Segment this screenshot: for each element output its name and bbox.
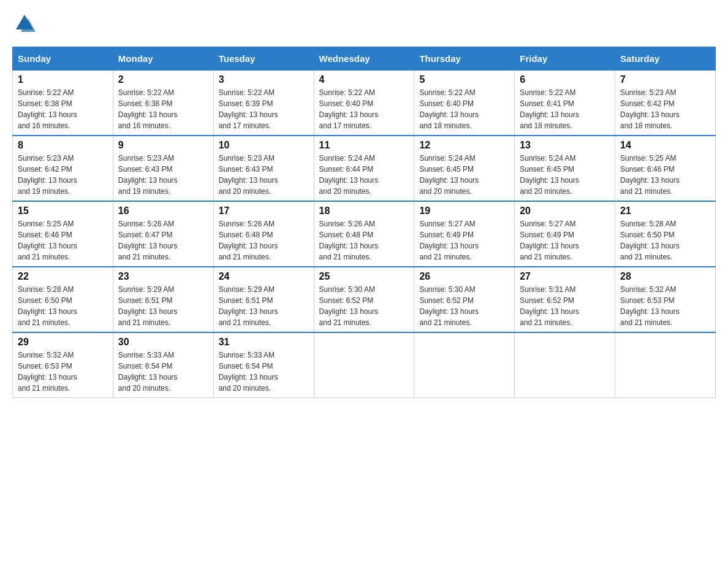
day-info: Sunrise: 5:23 AMSunset: 6:43 PMDaylight:…	[219, 154, 278, 196]
day-number: 19	[419, 205, 509, 216]
day-number: 29	[18, 337, 108, 348]
day-info: Sunrise: 5:32 AMSunset: 6:53 PMDaylight:…	[620, 285, 680, 327]
calendar-day-cell: 19 Sunrise: 5:27 AMSunset: 6:49 PMDaylig…	[414, 201, 515, 267]
calendar-week-row: 22 Sunrise: 5:28 AMSunset: 6:50 PMDaylig…	[13, 267, 716, 332]
calendar-day-cell: 16 Sunrise: 5:26 AMSunset: 6:47 PMDaylig…	[113, 201, 213, 267]
day-info: Sunrise: 5:22 AMSunset: 6:38 PMDaylight:…	[118, 88, 178, 130]
calendar-day-cell: 10 Sunrise: 5:23 AMSunset: 6:43 PMDaylig…	[213, 136, 314, 201]
day-number: 10	[219, 140, 309, 151]
day-info: Sunrise: 5:22 AMSunset: 6:40 PMDaylight:…	[419, 88, 479, 130]
day-info: Sunrise: 5:28 AMSunset: 6:50 PMDaylight:…	[620, 220, 680, 261]
column-header-tuesday: Tuesday	[213, 47, 314, 71]
day-number: 17	[219, 205, 309, 216]
column-header-sunday: Sunday	[13, 47, 113, 71]
calendar-day-cell: 14 Sunrise: 5:25 AMSunset: 6:46 PMDaylig…	[615, 136, 716, 201]
day-number: 2	[118, 74, 208, 85]
calendar-day-cell: 22 Sunrise: 5:28 AMSunset: 6:50 PMDaylig…	[13, 267, 113, 332]
day-info: Sunrise: 5:29 AMSunset: 6:51 PMDaylight:…	[219, 285, 278, 327]
day-info: Sunrise: 5:29 AMSunset: 6:51 PMDaylight:…	[118, 285, 178, 327]
day-number: 4	[319, 74, 409, 85]
day-info: Sunrise: 5:22 AMSunset: 6:41 PMDaylight:…	[520, 88, 579, 130]
logo-icon	[13, 12, 36, 34]
calendar-day-cell: 20 Sunrise: 5:27 AMSunset: 6:49 PMDaylig…	[515, 201, 615, 267]
day-info: Sunrise: 5:30 AMSunset: 6:52 PMDaylight:…	[319, 285, 379, 327]
day-number: 9	[118, 140, 208, 151]
calendar-week-row: 29 Sunrise: 5:32 AMSunset: 6:53 PMDaylig…	[13, 332, 716, 398]
calendar-day-cell: 18 Sunrise: 5:26 AMSunset: 6:48 PMDaylig…	[314, 201, 414, 267]
day-info: Sunrise: 5:23 AMSunset: 6:42 PMDaylight:…	[18, 154, 77, 196]
calendar-week-row: 1 Sunrise: 5:22 AMSunset: 6:38 PMDayligh…	[13, 71, 716, 136]
calendar-week-row: 15 Sunrise: 5:25 AMSunset: 6:46 PMDaylig…	[13, 201, 716, 267]
day-number: 3	[219, 74, 309, 85]
calendar-day-cell	[615, 332, 716, 398]
calendar-day-cell: 1 Sunrise: 5:22 AMSunset: 6:38 PMDayligh…	[13, 71, 113, 136]
calendar-day-cell: 8 Sunrise: 5:23 AMSunset: 6:42 PMDayligh…	[13, 136, 113, 201]
day-info: Sunrise: 5:25 AMSunset: 6:46 PMDaylight:…	[18, 220, 77, 261]
calendar-day-cell: 27 Sunrise: 5:31 AMSunset: 6:52 PMDaylig…	[515, 267, 615, 332]
day-info: Sunrise: 5:27 AMSunset: 6:49 PMDaylight:…	[419, 220, 479, 261]
day-number: 20	[520, 205, 610, 216]
day-number: 28	[620, 271, 710, 282]
calendar-day-cell: 17 Sunrise: 5:26 AMSunset: 6:48 PMDaylig…	[213, 201, 314, 267]
day-number: 30	[118, 337, 208, 348]
day-number: 13	[520, 140, 610, 151]
day-number: 23	[118, 271, 208, 282]
day-info: Sunrise: 5:26 AMSunset: 6:48 PMDaylight:…	[219, 220, 278, 261]
calendar-day-cell: 2 Sunrise: 5:22 AMSunset: 6:38 PMDayligh…	[113, 71, 213, 136]
day-info: Sunrise: 5:33 AMSunset: 6:54 PMDaylight:…	[118, 351, 178, 393]
day-number: 12	[419, 140, 509, 151]
calendar-header-row: SundayMondayTuesdayWednesdayThursdayFrid…	[13, 47, 716, 71]
day-info: Sunrise: 5:22 AMSunset: 6:40 PMDaylight:…	[319, 88, 379, 130]
day-info: Sunrise: 5:22 AMSunset: 6:39 PMDaylight:…	[219, 88, 278, 130]
calendar-day-cell: 7 Sunrise: 5:23 AMSunset: 6:42 PMDayligh…	[615, 71, 716, 136]
day-number: 31	[219, 337, 309, 348]
day-info: Sunrise: 5:23 AMSunset: 6:43 PMDaylight:…	[118, 154, 178, 196]
day-number: 6	[520, 74, 610, 85]
day-number: 22	[18, 271, 108, 282]
calendar-day-cell	[515, 332, 615, 398]
day-info: Sunrise: 5:26 AMSunset: 6:47 PMDaylight:…	[118, 220, 178, 261]
calendar-day-cell	[314, 332, 414, 398]
day-info: Sunrise: 5:27 AMSunset: 6:49 PMDaylight:…	[520, 220, 579, 261]
day-info: Sunrise: 5:22 AMSunset: 6:38 PMDaylight:…	[18, 88, 77, 130]
calendar-day-cell: 4 Sunrise: 5:22 AMSunset: 6:40 PMDayligh…	[314, 71, 414, 136]
calendar-day-cell: 5 Sunrise: 5:22 AMSunset: 6:40 PMDayligh…	[414, 71, 515, 136]
day-info: Sunrise: 5:24 AMSunset: 6:44 PMDaylight:…	[319, 154, 379, 196]
column-header-friday: Friday	[515, 47, 615, 71]
calendar-day-cell: 23 Sunrise: 5:29 AMSunset: 6:51 PMDaylig…	[113, 267, 213, 332]
column-header-monday: Monday	[113, 47, 213, 71]
day-info: Sunrise: 5:32 AMSunset: 6:53 PMDaylight:…	[18, 351, 77, 393]
day-info: Sunrise: 5:24 AMSunset: 6:45 PMDaylight:…	[419, 154, 479, 196]
calendar-day-cell: 12 Sunrise: 5:24 AMSunset: 6:45 PMDaylig…	[414, 136, 515, 201]
column-header-wednesday: Wednesday	[314, 47, 414, 71]
calendar-day-cell: 31 Sunrise: 5:33 AMSunset: 6:54 PMDaylig…	[213, 332, 314, 398]
calendar-day-cell: 9 Sunrise: 5:23 AMSunset: 6:43 PMDayligh…	[113, 136, 213, 201]
day-number: 16	[118, 205, 208, 216]
calendar-day-cell: 15 Sunrise: 5:25 AMSunset: 6:46 PMDaylig…	[13, 201, 113, 267]
day-number: 5	[419, 74, 509, 85]
day-number: 15	[18, 205, 108, 216]
calendar-day-cell: 25 Sunrise: 5:30 AMSunset: 6:52 PMDaylig…	[314, 267, 414, 332]
calendar-day-cell	[414, 332, 515, 398]
column-header-thursday: Thursday	[414, 47, 515, 71]
calendar-day-cell: 13 Sunrise: 5:24 AMSunset: 6:45 PMDaylig…	[515, 136, 615, 201]
day-info: Sunrise: 5:26 AMSunset: 6:48 PMDaylight:…	[319, 220, 379, 261]
day-info: Sunrise: 5:30 AMSunset: 6:52 PMDaylight:…	[419, 285, 479, 327]
page-header	[12, 12, 716, 34]
calendar-week-row: 8 Sunrise: 5:23 AMSunset: 6:42 PMDayligh…	[13, 136, 716, 201]
calendar-day-cell: 24 Sunrise: 5:29 AMSunset: 6:51 PMDaylig…	[213, 267, 314, 332]
day-number: 24	[219, 271, 309, 282]
calendar-day-cell: 3 Sunrise: 5:22 AMSunset: 6:39 PMDayligh…	[213, 71, 314, 136]
day-info: Sunrise: 5:24 AMSunset: 6:45 PMDaylight:…	[520, 154, 579, 196]
calendar-day-cell: 11 Sunrise: 5:24 AMSunset: 6:44 PMDaylig…	[314, 136, 414, 201]
calendar-day-cell: 29 Sunrise: 5:32 AMSunset: 6:53 PMDaylig…	[13, 332, 113, 398]
day-number: 11	[319, 140, 409, 151]
calendar-day-cell: 21 Sunrise: 5:28 AMSunset: 6:50 PMDaylig…	[615, 201, 716, 267]
day-number: 25	[319, 271, 409, 282]
calendar-day-cell: 30 Sunrise: 5:33 AMSunset: 6:54 PMDaylig…	[113, 332, 213, 398]
day-info: Sunrise: 5:33 AMSunset: 6:54 PMDaylight:…	[219, 351, 278, 393]
calendar-day-cell: 6 Sunrise: 5:22 AMSunset: 6:41 PMDayligh…	[515, 71, 615, 136]
day-info: Sunrise: 5:28 AMSunset: 6:50 PMDaylight:…	[18, 285, 77, 327]
calendar-day-cell: 26 Sunrise: 5:30 AMSunset: 6:52 PMDaylig…	[414, 267, 515, 332]
logo	[12, 12, 37, 34]
